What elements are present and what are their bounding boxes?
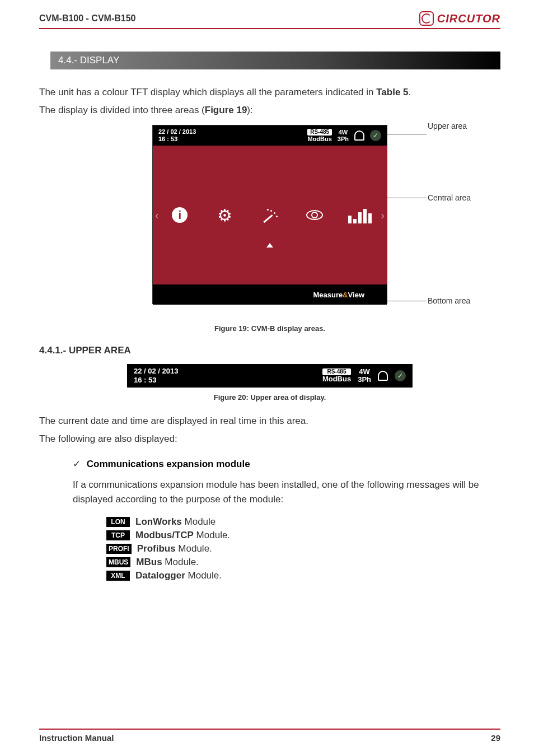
module-row-lon: LON LonWorks Module (106, 516, 500, 528)
page-footer: Instruction Manual 29 (39, 729, 500, 743)
table-ref: Table 5 (376, 87, 408, 97)
brand-logo: CIRCUTOR (419, 11, 500, 26)
wiring-block: 4W 3Ph (338, 129, 349, 142)
f20-ph3: 3Ph (358, 376, 371, 384)
tag-lon: LON (106, 517, 130, 527)
footer-page-number: 29 (491, 733, 500, 743)
date-text: 22 / 02 / 2013 (158, 128, 196, 136)
screen-central-area: ‹ i › (153, 146, 387, 284)
module-row-mbus: MBUS MBus Module. (106, 557, 500, 568)
module-row-tcp: TCP Modbus/TCP Module. (106, 530, 500, 541)
checkmark-icon: ✓ (73, 459, 81, 469)
ph3-text: 3Ph (338, 136, 349, 142)
comm-heading: ✓ Communications expansion module (73, 458, 500, 470)
rs485-block: RS-485 ModBus (307, 129, 331, 142)
callout-upper: Upper area (428, 122, 467, 130)
module-profi-text: Profibus Module. (137, 543, 212, 554)
callout-line-central (387, 198, 427, 198)
module-profi-bold: Profibus (137, 543, 176, 554)
gear-icon (215, 205, 235, 225)
f20-check-icon: ✓ (395, 370, 406, 381)
comm-title: Communications expansion module (87, 459, 250, 469)
callout-line-upper (387, 134, 427, 134)
footer-left: Instruction Manual (39, 733, 114, 743)
screen-bottom-area: Measure & View (153, 284, 387, 305)
f20-date: 22 / 02 / 2013 (134, 367, 179, 376)
time-text: 16 : 53 (158, 136, 196, 143)
f20-time: 16 : 53 (134, 376, 179, 385)
tag-profi: PROFI (106, 544, 132, 554)
modbus-text: ModBus (307, 136, 331, 142)
upper-desc-1: The current date and time are displayed … (39, 414, 500, 428)
device-screen: 22 / 02 / 2013 16 : 53 RS-485 ModBus 4W … (152, 125, 387, 304)
intro-1a: The unit has a colour TFT display which … (39, 87, 376, 97)
f20-wiring: 4W 3Ph (358, 368, 371, 384)
chevron-right-icon: › (381, 209, 385, 222)
module-list: LON LonWorks Module TCP Modbus/TCP Modul… (106, 516, 500, 581)
module-row-xml: XML Datalogger Module. (106, 570, 500, 581)
module-lon-rest: Module (182, 516, 216, 527)
comm-desc: If a communications expansion module has… (73, 478, 500, 506)
f20-datetime: 22 / 02 / 2013 16 : 53 (134, 367, 179, 384)
figure-19: 22 / 02 / 2013 16 : 53 RS-485 ModBus 4W … (39, 125, 500, 333)
callout-line-bottom (387, 301, 427, 301)
bars-icon (350, 205, 370, 225)
module-lon-bold: LonWorks (135, 516, 182, 527)
intro-line-2: The display is divided into three areas … (39, 103, 500, 118)
rs485-badge: RS-485 (307, 129, 331, 136)
brand-name: CIRCUTOR (437, 12, 500, 25)
f20-rs485-block: RS-485 ModBus (322, 368, 351, 383)
module-lon-text: LonWorks Module (135, 516, 216, 528)
f20-modbus: ModBus (322, 375, 351, 383)
bottom-text-b: View (348, 291, 364, 299)
upper-desc-2: The following are also displayed: (39, 432, 500, 446)
tag-tcp: TCP (106, 530, 130, 540)
module-xml-rest: Module. (185, 570, 222, 581)
tag-mbus: MBUS (106, 557, 130, 567)
callout-central: Central area (428, 193, 471, 202)
figure-ref: Figure 19 (205, 105, 247, 115)
intro-line-1: The unit has a colour TFT display which … (39, 85, 500, 100)
module-xml-text: Datalogger Module. (135, 570, 222, 581)
module-mbus-bold: MBus (136, 557, 162, 567)
w4-text: 4W (338, 129, 349, 136)
compass-icon (260, 205, 280, 225)
module-tcp-rest: Module. (194, 530, 230, 540)
module-row-profi: PROFI Profibus Module. (106, 543, 500, 554)
info-menu-icon: i (170, 205, 190, 225)
chevron-left-icon: ‹ (155, 209, 159, 222)
header-title: CVM-B100 - CVM-B150 (39, 13, 135, 24)
figure-20-caption: Figure 20: Upper area of display. (39, 393, 500, 402)
intro-2c: ): (247, 105, 252, 115)
bottom-amp: & (343, 291, 348, 299)
callout-bottom: Bottom area (428, 296, 470, 305)
circutor-icon (419, 11, 434, 26)
subsection-heading: 4.4.1.- UPPER AREA (39, 345, 500, 356)
figure-19-caption: Figure 19: CVM-B display areas. (214, 324, 325, 333)
eye-icon (305, 205, 325, 225)
f20-w4: 4W (358, 368, 371, 376)
datetime-block: 22 / 02 / 2013 16 : 53 (158, 128, 196, 143)
check-icon: ✓ (370, 130, 381, 141)
module-profi-rest: Module. (176, 543, 212, 554)
device-wrap: 22 / 02 / 2013 16 : 53 RS-485 ModBus 4W … (152, 125, 387, 304)
section-heading: 4.4.- DISPLAY (50, 52, 500, 69)
module-tcp-text: Modbus/TCP Module. (135, 530, 230, 541)
alarm-icon (354, 130, 364, 141)
bottom-text-a: Measure (313, 291, 343, 299)
module-tcp-bold: Modbus/TCP (135, 530, 194, 540)
tag-xml: XML (106, 571, 130, 581)
f20-alarm-icon (378, 371, 388, 381)
module-xml-bold: Datalogger (135, 570, 185, 581)
intro-1c: . (409, 87, 411, 97)
screen-upper-area: 22 / 02 / 2013 16 : 53 RS-485 ModBus 4W … (153, 125, 387, 146)
intro-2a: The display is divided into three areas … (39, 105, 205, 115)
selection-indicator-icon (266, 243, 273, 248)
figure-20-strip: 22 / 02 / 2013 16 : 53 RS-485 ModBus 4W … (127, 364, 413, 388)
module-mbus-text: MBus Module. (136, 557, 198, 568)
page-header: CVM-B100 - CVM-B150 CIRCUTOR (39, 11, 500, 29)
module-mbus-rest: Module. (162, 557, 199, 567)
